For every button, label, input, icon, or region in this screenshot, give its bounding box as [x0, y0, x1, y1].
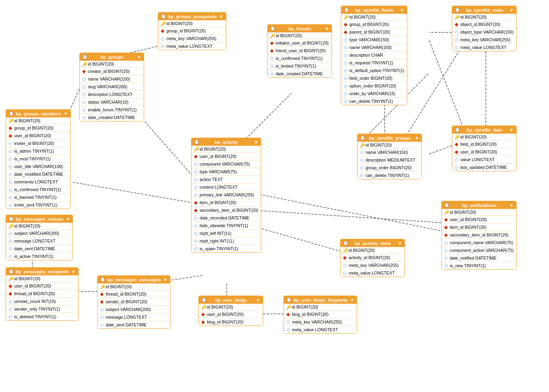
row-text: group_id BIGINT(20) [349, 22, 389, 27]
table-body-bp_xprofile_groups: 🔑id BIGINT(20)◇name VARCHAR(150)◇descrip… [357, 142, 421, 179]
table-row: ◇component_name VARCHAR(75) [442, 239, 516, 247]
diamond-icon: ◇ [286, 327, 290, 332]
table-icon-bp_xprofile_fields: 📋 [344, 7, 349, 13]
table-row: ◇option_order BIGINT(20) [341, 82, 407, 90]
table-body-bp_xprofile_data: 🔑id BIGINT(20)◆field_id BIGINT(20)◆user_… [452, 134, 516, 171]
dropdown-icon-bp_xprofile_meta[interactable]: ▼ [509, 8, 514, 13]
key-icon: 🔑 [9, 119, 13, 123]
diamond-icon: ◇ [194, 192, 198, 198]
dropdown-icon-bp_xprofile_groups[interactable]: ▼ [415, 136, 419, 141]
table-row: ◇date_notified DATETIME [442, 254, 516, 262]
table-row: ◇content LONGTEXT [192, 183, 261, 191]
row-text: type VARCHAR(150) [349, 37, 389, 42]
diamond-icon: ◇ [82, 76, 86, 82]
row-text: status VARCHAR(10) [88, 100, 128, 104]
table-title-bp_messages_messages: bp_messages_messages [107, 277, 161, 282]
diamond-icon: ◇ [100, 322, 104, 328]
row-text: date_recorded DATETIME [200, 215, 249, 220]
table-header-bp_xprofile_fields: 📋bp_xprofile_fields▼ [341, 6, 407, 14]
row-text: invite_sent TINYINT(1) [14, 202, 57, 207]
table-row: ◇date_sent DATETIME [98, 321, 170, 328]
row-text: date_sent DATETIME [14, 246, 55, 251]
fk-icon: ◆ [194, 153, 198, 159]
diagram: 📋bp_groups_groupmeta▼🔑id BIGINT(20)◆grou… [0, 0, 549, 392]
diamond-icon: ◇ [9, 314, 13, 320]
row-text: date_created DATETIME [88, 115, 135, 120]
diamond-icon: ◇ [360, 165, 364, 170]
table-body-bp_xprofile_meta: 🔑id BIGINT(20)◆object_id BIGINT(20)◇obje… [452, 14, 516, 51]
table-header-bp_messages_messages: 📋bp_messages_messages▼ [98, 276, 170, 283]
table-row: ◆user_id BIGINT(20) [452, 148, 516, 156]
dropdown-icon-bp_notifications[interactable]: ▼ [509, 203, 514, 208]
row-text: user_id BIGINT(20) [460, 149, 497, 154]
dropdown-icon-bp_groups[interactable]: ▼ [137, 55, 141, 60]
table-header-bp_messages_notices: 📋bp_messages_notices▼ [6, 215, 72, 223]
table-body-bp_messages_messages: 🔑id BIGINT(20)◆thread_id BIGINT(20)◆send… [98, 283, 170, 328]
diamond-icon: ◇ [455, 37, 459, 43]
table-header-bp_groups_groupmeta: 📋bp_groups_groupmeta▼ [158, 13, 226, 20]
row-text: friend_user_id BIGINT(20) [276, 48, 326, 53]
dropdown-icon-bp_user_blogs[interactable]: ▼ [256, 298, 260, 303]
table-body-bp_groups_groupmeta: 🔑id BIGINT(20)◆group_id BIGINT(20)◇meta_… [158, 20, 226, 50]
table-body-bp_activity: 🔑id BIGINT(20)◆user_id BIGINT(20)◇compon… [192, 146, 261, 252]
row-text: date_notified DATETIME [450, 256, 496, 260]
dropdown-icon-bp_messages_notices[interactable]: ▼ [66, 217, 70, 222]
row-text: is_mod TINYINT(1) [14, 156, 51, 161]
table-row: ◇field_order BIGINT(20) [341, 75, 407, 82]
row-text: date_created DATETIME [276, 71, 323, 76]
table-row: ◇description LONGTEXT [80, 91, 144, 98]
table-header-bp_activity_meta: 📋bp_activity_meta▼ [340, 239, 404, 247]
fk-icon: ◆ [194, 200, 198, 205]
dropdown-icon-bp_activity_meta[interactable]: ▼ [398, 241, 402, 246]
row-text: component VARCHAR(75) [200, 162, 250, 166]
table-icon-bp_activity: 📋 [194, 139, 200, 145]
table-bp_groups: 📋bp_groups▼🔑id BIGINT(20)◆creator_id BIG… [79, 53, 144, 121]
row-text: meta_key VARCHAR(255) [460, 37, 511, 42]
diamond-icon: ◇ [9, 148, 13, 154]
dropdown-icon-bp_xprofile_fields[interactable]: ▼ [400, 8, 404, 13]
row-text: thread_id BIGINT(20) [106, 292, 146, 296]
row-text: enable_forum TINYINT(1) [88, 107, 137, 112]
diamond-icon: ◇ [455, 164, 459, 170]
key-icon: 🔑 [455, 15, 459, 19]
diamond-icon: ◇ [194, 169, 198, 175]
diamond-icon: ◇ [455, 29, 459, 35]
table-row: ◆user_id BIGINT(20) [6, 132, 70, 140]
table-row: ◇date_modified DATETIME [6, 170, 70, 178]
diamond-icon: ◇ [444, 263, 448, 268]
table-bp_xprofile_meta: 📋bp_xprofile_meta▼🔑id BIGINT(20)◆object_… [452, 6, 517, 51]
fk-icon: ◆ [455, 141, 459, 147]
fk-icon: ◆ [82, 68, 86, 74]
fk-icon: ◆ [444, 224, 448, 230]
table-row: ◆item_id BIGINT(20) [442, 224, 516, 231]
row-text: slug VARCHAR(200) [88, 84, 127, 89]
dropdown-icon-bp_messages_messages[interactable]: ▼ [163, 277, 168, 282]
svg-line-10 [405, 40, 466, 138]
table-row: ◇value LONGTEXT [452, 156, 516, 164]
fk-icon: ◆ [100, 299, 104, 305]
table-row: ◇mptt_left INT(11) [192, 230, 261, 237]
table-row: ◇date_created DATETIME [80, 114, 144, 121]
row-text: group_id BIGINT(20) [166, 28, 206, 33]
diamond-icon: ◇ [100, 314, 104, 320]
dropdown-icon-bp_friends[interactable]: ▼ [325, 26, 329, 31]
diamond-icon: ◇ [286, 319, 290, 325]
dropdown-icon-bp_groups_members[interactable]: ▼ [64, 111, 68, 116]
row-text: parent_id BIGINT(20) [349, 30, 390, 34]
row-text: is_spam TINYINT(1) [200, 246, 238, 251]
dropdown-icon-bp_messages_recipients[interactable]: ▼ [71, 269, 76, 274]
diamond-icon: ◇ [9, 164, 13, 169]
table-row: ◇status VARCHAR(10) [80, 98, 144, 106]
diamond-icon: ◇ [343, 270, 347, 276]
table-row: ◇meta_value LONGTEXT [340, 269, 404, 277]
dropdown-icon-bp_xprofile_data[interactable]: ▼ [509, 128, 514, 132]
table-icon-bp_activity_meta: 📋 [343, 241, 349, 246]
row-text: component_action VARCHAR(75) [450, 248, 514, 253]
dropdown-icon-bp_user_blogs_blogmeta[interactable]: ▼ [350, 298, 354, 303]
table-row: ◆group_id BIGINT(20) [158, 27, 226, 35]
table-row: ◇is_banned TINYINT(1) [6, 194, 70, 201]
row-text: meta_value LONGTEXT [166, 44, 213, 49]
dropdown-icon-bp_groups_groupmeta[interactable]: ▼ [219, 14, 223, 19]
diamond-icon: ◇ [194, 230, 198, 236]
dropdown-icon-bp_activity[interactable]: ▼ [254, 140, 258, 145]
